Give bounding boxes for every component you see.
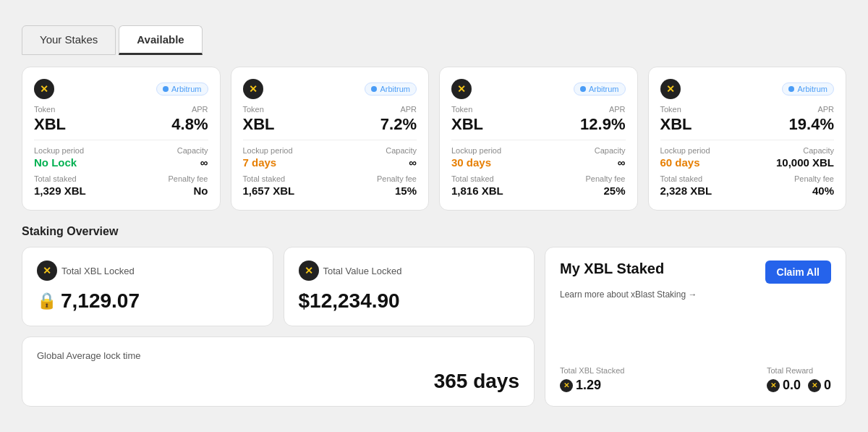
total-reward-col: Total Reward ✕ 0.0 ✕ 0 (767, 366, 831, 393)
lockup-label-3: Lockup period (660, 146, 710, 155)
xbl-icon-reward2: ✕ (808, 379, 821, 392)
learn-more-link[interactable]: Learn more about xBlast Staking → (560, 289, 831, 300)
staked-penalty-values-3: 2,328 XBL 40% (660, 185, 835, 197)
arbitrum-label-0: Arbitrum (171, 85, 202, 93)
apr-label-3: APR (817, 105, 834, 114)
lockup-capacity-values-2: 30 days ∞ (451, 156, 626, 169)
capacity-label-3: Capacity (803, 146, 834, 155)
lockup-capacity-values-1: 7 days ∞ (243, 156, 417, 169)
card-header-0: ✕ Arbitrum (34, 79, 208, 99)
arbitrum-dot-1 (371, 86, 377, 92)
apr-value-0: 4.8% (171, 115, 208, 134)
overview-grid: ✕ Total XBL Locked 🔒 7,129.07 ✕ Total Va… (22, 247, 846, 407)
lockup-value-0: No Lock (34, 156, 77, 169)
token-label-1: Token (243, 105, 264, 114)
token-value-0: XBL (34, 115, 66, 134)
stake-cards-row: ✕ Arbitrum Token APR XBL 4.8% Lockup per… (22, 67, 846, 211)
penalty-value-3: 40% (812, 185, 834, 197)
total-staked-label-0: Total staked (34, 174, 77, 183)
total-staked-value-1: 1,657 XBL (243, 185, 295, 197)
tab-your-stakes[interactable]: Your Stakes (22, 25, 116, 55)
lockup-value-3: 60 days (660, 156, 700, 169)
penalty-value-0: No (194, 185, 208, 197)
my-staked-header: My XBL Staked Claim All (560, 261, 831, 284)
lockup-value-1: 7 days (243, 156, 277, 169)
total-stacked-col: Total XBL Stacked ✕ 1.29 (560, 366, 624, 393)
capacity-value-0: ∞ (200, 156, 208, 169)
lockup-label-1: Lockup period (243, 146, 293, 155)
stake-card-3[interactable]: ✕ Arbitrum Token APR XBL 19.4% Lockup pe… (648, 67, 847, 211)
arbitrum-label-1: Arbitrum (380, 85, 410, 93)
total-value-locked-card: ✕ Total Value Locked $12,234.90 (284, 247, 535, 326)
apr-label-2: APR (609, 105, 626, 114)
xbl-icon-card-0: ✕ (34, 79, 54, 99)
penalty-value-1: 15% (395, 185, 417, 197)
total-stacked-label: Total XBL Stacked (560, 366, 624, 375)
arbitrum-label-3: Arbitrum (797, 85, 827, 93)
xbl-icon-staked: ✕ (560, 379, 573, 392)
token-value-2: XBL (451, 115, 483, 134)
token-apr-labels-3: Token APR (660, 105, 835, 114)
lockup-label-2: Lockup period (451, 146, 501, 155)
my-xbl-staked-card: My XBL Staked Claim All Learn more about… (545, 247, 846, 407)
xbl-icon-card-1: ✕ (243, 79, 263, 99)
total-value-locked-value: $12,234.90 (299, 289, 520, 313)
tab-available[interactable]: Available (119, 25, 202, 55)
token-apr-labels-2: Token APR (451, 105, 626, 114)
token-value-1: XBL (243, 115, 275, 134)
xbl-icon-card-2: ✕ (451, 79, 472, 99)
card-header-2: ✕ Arbitrum (451, 79, 626, 99)
xbl-icon-card-3: ✕ (660, 79, 681, 99)
stake-card-2[interactable]: ✕ Arbitrum Token APR XBL 12.9% Lockup pe… (439, 67, 638, 211)
total-xbl-locked-value: 🔒 7,129.07 (37, 289, 258, 313)
total-staked-value-2: 1,816 XBL (451, 185, 503, 197)
lockup-capacity-values-3: 60 days 10,000 XBL (660, 156, 835, 169)
lockup-capacity-labels-2: Lockup period Capacity (451, 146, 626, 155)
lock-icon: 🔒 (37, 292, 56, 310)
card-header-1: ✕ Arbitrum (243, 79, 417, 99)
staked-penalty-labels-2: Total staked Penalty fee (451, 174, 626, 183)
section-title: Staking Overview (22, 225, 846, 238)
token-value-3: XBL (660, 115, 692, 134)
token-label-3: Token (660, 105, 681, 114)
token-label-0: Token (34, 105, 55, 114)
tabs-row: Your Stakes Available (22, 25, 846, 55)
total-staked-label-3: Total staked (660, 174, 703, 183)
total-reward-value: ✕ 0.0 ✕ 0 (767, 378, 831, 393)
token-apr-values-0: XBL 4.8% (34, 115, 208, 134)
capacity-label-1: Capacity (386, 146, 417, 155)
total-xbl-locked-card: ✕ Total XBL Locked 🔒 7,129.07 (22, 247, 273, 326)
capacity-value-2: ∞ (618, 156, 626, 169)
claim-all-button[interactable]: Claim All (765, 261, 831, 284)
token-apr-values-2: XBL 12.9% (451, 115, 626, 134)
total-staked-label-1: Total staked (243, 174, 286, 183)
apr-label-0: APR (192, 105, 208, 114)
staked-penalty-labels-1: Total staked Penalty fee (243, 174, 417, 183)
arbitrum-label-2: Arbitrum (589, 85, 619, 93)
penalty-label-2: Penalty fee (585, 174, 625, 183)
stake-card-1[interactable]: ✕ Arbitrum Token APR XBL 7.2% Lockup per… (231, 67, 430, 211)
lockup-capacity-labels-1: Lockup period Capacity (243, 146, 417, 155)
lockup-value-2: 30 days (451, 156, 491, 169)
staked-penalty-values-2: 1,816 XBL 25% (451, 185, 626, 197)
lockup-label-0: Lockup period (34, 146, 84, 155)
global-avg-lock-card: Global Average lock time 365 days (22, 336, 535, 407)
penalty-label-1: Penalty fee (377, 174, 417, 183)
lockup-capacity-labels-3: Lockup period Capacity (660, 146, 835, 155)
staked-penalty-values-0: 1,329 XBL No (34, 185, 208, 197)
total-value-locked-label: ✕ Total Value Locked (299, 261, 520, 281)
staked-info-row: Total XBL Stacked ✕ 1.29 Total Reward ✕ … (560, 366, 831, 393)
token-apr-values-1: XBL 7.2% (243, 115, 417, 134)
penalty-value-2: 25% (603, 185, 625, 197)
lockup-capacity-values-0: No Lock ∞ (34, 156, 208, 169)
main-container: Your Stakes Available ✕ Arbitrum Token A… (22, 25, 846, 407)
arbitrum-badge-0: Arbitrum (156, 82, 208, 96)
capacity-label-2: Capacity (595, 146, 626, 155)
total-xbl-locked-label: ✕ Total XBL Locked (37, 261, 258, 281)
staked-penalty-labels-3: Total staked Penalty fee (660, 174, 835, 183)
total-reward-label: Total Reward (767, 366, 831, 375)
total-staked-value-0: 1,329 XBL (34, 185, 86, 197)
xbl-icon-1: ✕ (37, 261, 57, 281)
arbitrum-dot-0 (163, 86, 169, 92)
stake-card-0[interactable]: ✕ Arbitrum Token APR XBL 4.8% Lockup per… (22, 67, 221, 211)
